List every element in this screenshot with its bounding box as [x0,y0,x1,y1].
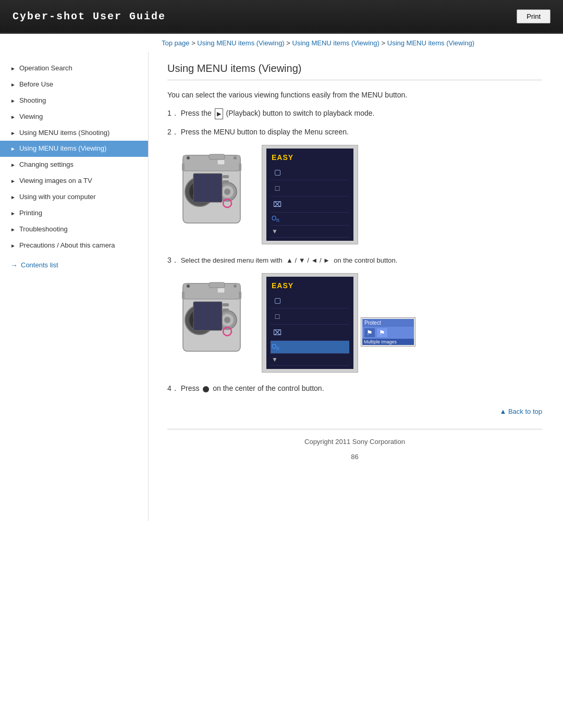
sidebar-item-precautions[interactable]: ► Precautions / About this camera [0,238,148,254]
svg-rect-25 [217,288,225,293]
illustration-1: EASY ▢ □ ⌧ On ▼ [178,145,542,244]
breadcrumb-top[interactable]: Top page [162,39,190,47]
menu-row-5: ▼ [271,226,349,238]
sidebar: ► Operation Search ► Before Use ► Shooti… [0,52,149,521]
arrow-icon: ► [10,162,16,168]
protect-label: Protect [362,319,414,327]
step-1: 1． Press the ▶ (Playback) button to swit… [167,108,542,119]
contents-link-label: Contents list [21,261,58,269]
on-label: On [272,215,279,223]
menu-inner-1: EASY ▢ □ ⌧ On ▼ [266,149,353,241]
step-4: 4． Press on the center of the control bu… [167,383,542,394]
submenu-icon-1: ⚑ [364,328,375,337]
svg-point-9 [224,189,230,195]
sidebar-item-operation-search[interactable]: ► Operation Search [0,60,148,77]
svg-rect-32 [209,282,225,288]
illustration-2: EASY ▢ □ ⌧ On [178,273,542,373]
sidebar-item-shooting[interactable]: ► Shooting [0,93,148,109]
arrow-icon: ► [10,226,16,233]
step-3-number: 3． [167,256,179,264]
menu2-row-4-highlighted: On [271,341,349,354]
arrow-icon: ► [10,97,16,104]
sidebar-item-using-menu-shooting[interactable]: ► Using MENU items (Shooting) [0,125,148,141]
sidebar-item-before-use[interactable]: ► Before Use [0,77,148,93]
circle-bullet-icon [203,386,209,392]
menu2-row-1: ▢ [271,292,349,309]
arrow-icon: ► [10,81,16,88]
footer-copyright: Copyright 2011 Sony Corporation [167,429,542,449]
sidebar-item-viewing-tv[interactable]: ► Viewing images on a TV [0,173,148,189]
arrow-icon: ► [10,114,16,120]
intro-paragraph: You can select the various viewing funct… [167,90,542,101]
breadcrumb: Top page > Using MENU items (Viewing) > … [0,34,563,52]
arrow-icon: ► [10,178,16,184]
sidebar-item-printing[interactable]: ► Printing [0,205,148,221]
easy-label-2: EASY [271,280,349,292]
menu-icon-2: □ [272,182,283,194]
arrow-icon: ► [10,242,16,249]
back-to-top-link[interactable]: ▲ Back to top [499,408,542,415]
breadcrumb-using-menu-2[interactable]: Using MENU items (Viewing) [292,39,380,47]
sidebar-label: Using MENU items (Viewing) [19,144,106,153]
playback-icon: ▶ [215,108,223,119]
arrow-icon: ► [10,65,16,72]
menu-icon-1: ▢ [272,166,283,178]
multiple-images-label: Multiple Images [362,339,414,345]
submenu-icons: ⚑ ⚑ [362,327,414,339]
menu2-icon-1: ▢ [272,294,283,306]
sidebar-label: Using with your computer [19,193,96,202]
contents-list-link[interactable]: → Contents list [0,256,148,275]
svg-point-36 [234,285,237,288]
arrow-icon: ► [10,194,16,201]
step-3: 3． Select the desired menu item with ▲ /… [167,255,542,266]
page-title: Using MENU items (Viewing) [167,63,542,80]
svg-rect-6 [217,159,225,165]
step-3-text: Select the desired menu item with ▲ / ▼ … [181,256,398,264]
menu-row-2: □ [271,180,349,196]
step-1-text: Press the ▶ (Playback) button to switch … [181,109,375,117]
svg-rect-13 [209,154,225,159]
menu-row-1: ▢ [271,164,349,180]
svg-rect-11 [223,175,229,178]
breadcrumb-using-menu-3[interactable]: Using MENU items (Viewing) [387,39,474,47]
menu2-row-2: □ [271,309,349,325]
svg-rect-14 [182,163,185,171]
sidebar-label: Before Use [19,80,53,89]
sidebar-item-using-computer[interactable]: ► Using with your computer [0,189,148,205]
sidebar-item-troubleshooting[interactable]: ► Troubleshooting [0,221,148,238]
menu-panel-2: EASY ▢ □ ⌧ On [262,273,358,373]
arrow-icon: ► [10,145,16,152]
svg-point-17 [234,156,237,159]
sidebar-label: Printing [19,209,42,218]
sidebar-item-using-menu-viewing[interactable]: ► Using MENU items (Viewing) [0,141,148,157]
sidebar-label: Shooting [19,96,46,105]
step-4-text: Press on the center of the control butto… [181,384,324,392]
breadcrumb-using-menu-1[interactable]: Using MENU items (Viewing) [197,39,284,47]
svg-rect-16 [193,174,222,202]
sidebar-label: Precautions / About this camera [19,241,115,250]
sidebar-label: Changing settings [19,161,74,169]
menu-row-3: ⌧ [271,196,349,213]
page-header: Cyber-shot User Guide Print [0,0,563,34]
print-button[interactable]: Print [517,9,550,23]
menu2-icon-2: □ [272,311,283,322]
menu-panel-1: EASY ▢ □ ⌧ On ▼ [262,145,358,244]
site-title: Cyber-shot User Guide [13,10,166,22]
menu2-row-3: ⌧ [271,325,349,341]
back-to-top: ▲ Back to top [167,401,542,418]
sidebar-label: Using MENU items (Shooting) [19,129,109,138]
svg-rect-34 [239,291,241,299]
menu-inner-2: EASY ▢ □ ⌧ On [266,277,353,369]
sidebar-item-viewing[interactable]: ► Viewing [0,109,148,125]
sidebar-item-changing-settings[interactable]: ► Changing settings [0,157,148,173]
svg-point-37 [187,285,190,288]
sidebar-label: Operation Search [19,64,72,73]
svg-point-28 [224,317,230,323]
sidebar-label: Viewing [19,113,43,121]
submenu-icon-2: ⚑ [377,328,387,337]
menu-panel-2-wrap: EASY ▢ □ ⌧ On [262,273,358,373]
menu-row-4: On [271,213,349,226]
menu2-row-5: ▼ [271,354,349,366]
step-2-text: Press the MENU button to display the Men… [181,128,349,136]
camera-image-2 [178,273,259,359]
